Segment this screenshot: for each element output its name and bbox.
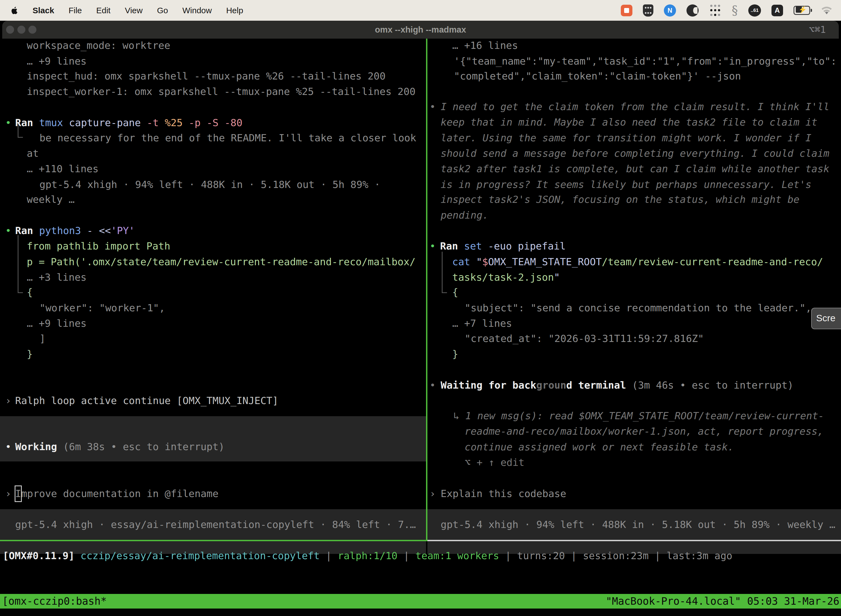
- terminal-text: inspect task2's JSON, focusing on the st…: [441, 192, 799, 207]
- indent-guide: [18, 235, 23, 293]
- terminal-text: from pathlib import Path: [27, 238, 170, 254]
- pane-border: [426, 39, 428, 540]
- left-prompt-input[interactable]: Improve documentation in @filename: [15, 486, 218, 502]
- apple-menu-icon[interactable]: [11, 6, 18, 15]
- menu-bar: Slack File Edit View Go Window Help N: [0, 0, 841, 21]
- terminal-text: Ran python3 - <<'PY': [15, 223, 135, 238]
- terminal-text: inspect_hud: omx sparkshell --tmux-pane …: [27, 69, 385, 84]
- terminal-text: at: [27, 146, 39, 161]
- window-title: omx --xhigh --madmax: [0, 21, 841, 39]
- terminal-text: task2 after task1 is complete, but can I…: [441, 161, 829, 177]
- menu-item-file[interactable]: File: [69, 6, 82, 15]
- terminal-text: later. Using the same for transition mig…: [441, 130, 812, 146]
- terminal-text: Ran tmux capture-pane -t %25 -p -S -80: [15, 115, 243, 131]
- terminal-text: … +9 lines: [27, 316, 86, 331]
- terminal-text: … +16 lines: [452, 38, 518, 53]
- terminal-text: gpt-5.4 xhigh · 94% left · 488K in · 5.1…: [40, 177, 380, 192]
- terminal-text: ]: [40, 331, 45, 346]
- terminal-text: cat "$OMX_TEAM_STATE_ROOT/team/review-cu…: [452, 254, 823, 270]
- terminal-text: {: [452, 285, 458, 300]
- text-cursor: I: [15, 486, 21, 502]
- terminal-text: weekly …: [27, 192, 75, 207]
- terminal-text: {: [27, 285, 33, 300]
- battery-icon[interactable]: ⚡: [794, 6, 810, 15]
- window-shortcut-badge: ⌥⌘1: [809, 21, 826, 39]
- terminal-text: •: [5, 223, 11, 238]
- ralph-loop-status: ›: [5, 393, 11, 408]
- terminal-text: •: [429, 378, 436, 393]
- terminal-text: is in progress? It seems likely but perh…: [441, 177, 812, 192]
- badge-61-icon[interactable]: ..61: [748, 4, 761, 16]
- terminal-text: }: [452, 346, 458, 362]
- omx-hud-statusline: [OMX#0.11.9] cczip/essay/ai-reimplementa…: [3, 548, 732, 563]
- highlight-band: [0, 416, 426, 462]
- terminal-text: }: [27, 346, 33, 362]
- terminal-text: "completed","claim_token":"claim-token"}…: [454, 69, 741, 84]
- pane-border: [0, 540, 428, 541]
- waiting-status: Waiting for background terminal (3m 46s …: [441, 378, 794, 393]
- working-status: Working (6m 38s • esc to interrupt): [15, 439, 224, 455]
- terminal-text: •: [5, 439, 11, 455]
- terminal-text: continue assigned work or next feasible …: [464, 439, 734, 455]
- terminal-text: ›: [5, 486, 11, 502]
- terminal-text: '{"team_name":"my-team","task_id":"1","f…: [454, 54, 837, 69]
- ralph-loop-status-text: Ralph loop active continue [OMX_TMUX_INJ…: [15, 393, 278, 408]
- terminal-text: workspace_mode: worktree: [27, 38, 170, 53]
- crescent-icon[interactable]: [687, 4, 699, 16]
- terminal-text: inspect_worker-1: omx sparkshell --tmux-…: [27, 84, 416, 99]
- terminal-text: p = Path('.omx/state/team/review-current…: [27, 254, 416, 270]
- chat-app-icon[interactable]: [621, 5, 632, 16]
- tmux-status-bar: [omx-cczip0:bash* "MacBook-Pro-44.local"…: [0, 594, 841, 609]
- indent-guide: [442, 252, 447, 293]
- screen-overlay-chip[interactable]: Scre: [811, 308, 841, 329]
- terminal-text: "created_at": "2026-03-31T11:59:27.816Z": [464, 331, 704, 346]
- menu-item-edit[interactable]: Edit: [96, 6, 111, 15]
- wifi-icon[interactable]: [820, 6, 833, 15]
- terminal-content: workspace_mode: worktree… +9 linesinspec…: [0, 39, 841, 616]
- terminal-text: Ran set -euo pipefail: [440, 238, 566, 254]
- terminal-text: I need to get the claim token from the c…: [441, 99, 829, 114]
- terminal-text: ↳ 1 new msg(s): read $OMX_TEAM_STATE_ROO…: [453, 408, 824, 424]
- terminal-text: "worker": "worker-1",: [40, 300, 165, 316]
- tmux-host-clock: "MacBook-Pro-44.local" 05:03 31-Mar-26: [606, 594, 841, 609]
- right-prompt-input[interactable]: Explain this codebase: [441, 486, 566, 502]
- right-pane-statusline: gpt-5.4 xhigh · 94% left · 488K in · 5.1…: [441, 517, 835, 532]
- a-square-icon[interactable]: A: [771, 5, 783, 16]
- terminal-text: keep that in mind. Maybe I also need the…: [441, 114, 817, 130]
- edit-hint: ⌥ + ↑ edit: [464, 455, 525, 470]
- terminal-text: ›: [429, 486, 436, 502]
- terminal-text: •: [429, 99, 436, 114]
- n-badge-icon[interactable]: N: [664, 4, 676, 16]
- terminal-text: be necessary for the end of the README. …: [40, 130, 416, 146]
- menu-item-go[interactable]: Go: [157, 6, 168, 15]
- menu-item-slack[interactable]: Slack: [32, 6, 54, 15]
- terminal-text: •: [5, 115, 11, 131]
- terminal-text: … +3 lines: [27, 270, 86, 285]
- dots-grid-icon[interactable]: [709, 4, 721, 16]
- pane-border: [428, 540, 841, 541]
- terminal-text: … +9 lines: [27, 54, 86, 69]
- terminal-text: pending.: [441, 208, 488, 223]
- menu-item-help[interactable]: Help: [226, 6, 243, 15]
- terminal-text: … +7 lines: [452, 316, 512, 331]
- squiggle-icon[interactable]: §: [732, 3, 738, 18]
- terminal-text: •: [429, 238, 436, 254]
- desktop: Slack File Edit View Go Window Help N: [0, 0, 841, 616]
- chat-app-icon-inner: [624, 8, 629, 13]
- menu-item-window[interactable]: Window: [182, 6, 212, 15]
- tmux-session-label[interactable]: [omx-cczip0:bash*: [0, 594, 107, 609]
- terminal-text: "subject": "send a concise recommendatio…: [464, 300, 812, 316]
- shield-grid-icon[interactable]: [643, 4, 653, 16]
- menu-item-view[interactable]: View: [125, 6, 142, 15]
- terminal-text: tasks/task-2.json": [452, 270, 560, 285]
- terminal-text: should send a message before completing …: [441, 146, 829, 161]
- terminal-text: readme-and-reco/mailbox/worker-1.json, a…: [464, 424, 823, 439]
- terminal-text: … +110 lines: [27, 161, 98, 177]
- left-pane-statusline: gpt-5.4 xhigh · essay/ai-reimplementatio…: [15, 517, 416, 532]
